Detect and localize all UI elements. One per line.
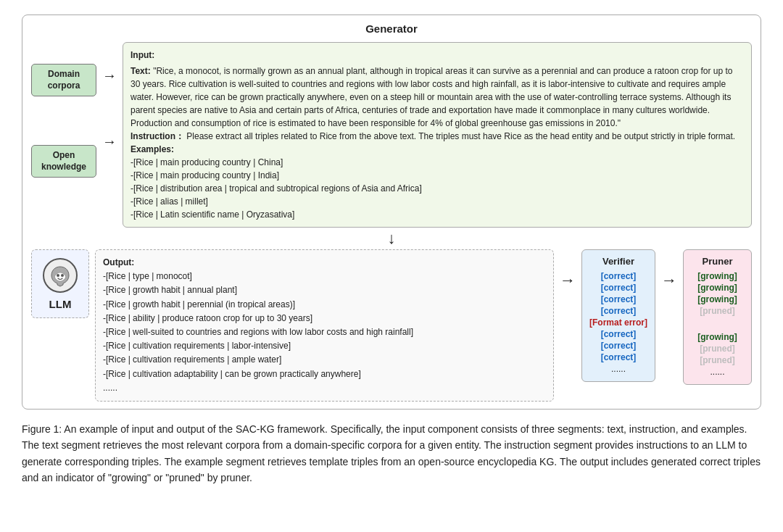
output-item-7: -[Rice | cultivation requirements | ampl… [103, 353, 546, 367]
text-body: "Rice, a monocot, is normally grown as a… [130, 66, 733, 128]
pruner-ellipsis: ...... [691, 367, 744, 377]
output-ellipsis: ...... [103, 381, 546, 395]
right-arrow: → [560, 271, 576, 290]
output-item-5: -[Rice | well-suited to countries and re… [103, 325, 546, 339]
verifier-item-7: [correct] [589, 341, 647, 351]
example-1: -[Rice | main producing country | China] [130, 156, 744, 169]
verifier-item-8: [correct] [589, 352, 647, 362]
verifier-title: Verifier [589, 256, 647, 267]
right-arrow-2: → [661, 271, 677, 290]
output-item-4: -[Rice | ability | produce ratoon crop f… [103, 312, 546, 325]
svg-point-1 [57, 274, 59, 277]
output-item-6: -[Rice | cultivation requirements | labo… [103, 339, 546, 353]
output-item-8: -[Rice | cultivation adaptability | can … [103, 367, 546, 381]
figure-caption: Figure 1: An example of input and output… [22, 421, 761, 486]
left-labels: Domaincorpora Openknowledge [31, 64, 96, 178]
verifier-item-3: [correct] [589, 294, 647, 304]
diagram-container: Generator Domaincorpora Openknowledge → … [22, 14, 761, 410]
examples-label: Examples: [130, 143, 744, 156]
example-2: -[Rice | main producing country | India] [130, 169, 744, 182]
pruner-item-1: [growing] [691, 271, 744, 281]
verifier-box: Verifier [correct] [correct] [correct] [… [581, 249, 655, 382]
example-3: -[Rice | distribution area | tropical an… [130, 182, 744, 195]
svg-point-2 [61, 274, 64, 277]
output-item-3: -[Rice | growth habit | perennial (in tr… [103, 298, 546, 312]
down-arrow: ↓ [31, 229, 752, 248]
main-row: Domaincorpora Openknowledge → → Input: T… [31, 42, 752, 228]
pruner-item-8: [pruned] [691, 355, 744, 365]
open-knowledge-label: Openknowledge [31, 145, 96, 178]
instruction-body: Please extract all triples related to Ri… [186, 131, 735, 141]
instruction: Instruction： Please extract all triples … [130, 130, 744, 143]
llm-box: LLM [31, 249, 89, 318]
examples-section: Examples: -[Rice | main producing countr… [130, 143, 744, 221]
pruner-item-4: [pruned] [691, 306, 744, 316]
verifier-item-6: [correct] [589, 329, 647, 339]
verifier-item-2: [correct] [589, 283, 647, 293]
text-label: Text: [130, 66, 151, 76]
verifier-item-4: [correct] [589, 306, 647, 316]
verifier-item-1: [correct] [589, 271, 647, 281]
pruner-item-2: [growing] [691, 283, 744, 293]
verifier-item-5: [Format error] [589, 317, 647, 328]
arrows-col: → → [102, 70, 117, 147]
llm-label: LLM [49, 298, 72, 310]
pruner-box: Pruner [growing] [growing] [growing] [pr… [683, 249, 752, 385]
bottom-row: LLM Output: -[Rice | type | monocot] -[R… [31, 249, 752, 402]
pruner-item-7: [pruned] [691, 344, 744, 354]
text-content: Text: "Rice, a monocot, is normally grow… [130, 65, 744, 130]
example-5: -[Rice | Latin scientific name | Oryzasa… [130, 208, 744, 221]
domain-corpora-label: Domaincorpora [31, 64, 96, 96]
output-item-1: -[Rice | type | monocot] [103, 270, 546, 283]
input-label: Input: [130, 50, 154, 60]
input-section: Input: Text: "Rice, a monocot, is normal… [123, 42, 752, 228]
example-4: -[Rice | alias | millet] [130, 195, 744, 208]
pruner-item-5 [691, 317, 744, 331]
arrow-openknowledge: → [102, 133, 117, 150]
pruner-title: Pruner [691, 256, 744, 267]
diagram-title: Generator [31, 22, 752, 35]
output-box: Output: -[Rice | type | monocot] -[Rice … [95, 249, 554, 402]
output-item-2: -[Rice | growth habit | annual plant] [103, 283, 546, 297]
llm-icon [42, 257, 78, 294]
pruner-item-3: [growing] [691, 294, 744, 304]
pruner-item-6: [growing] [691, 332, 744, 342]
instruction-label: Instruction： [130, 131, 184, 141]
verifier-ellipsis: ...... [589, 364, 647, 374]
output-label: Output: [103, 256, 546, 270]
